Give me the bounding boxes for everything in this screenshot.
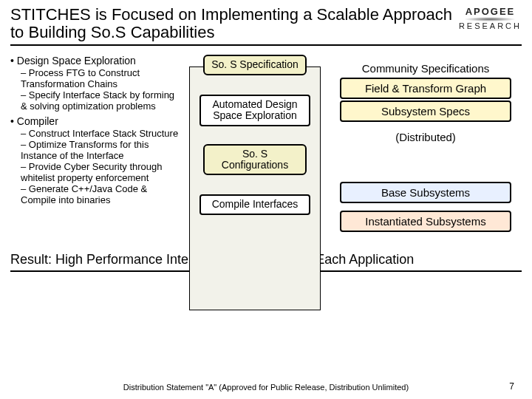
left-column: Design Space Exploration Process FTG to … (10, 52, 180, 244)
box-base-subsystems: Base Subsystems (340, 182, 511, 203)
node-sos-config: So. S Configurations (203, 144, 307, 176)
label-community-specs: Community Specifications (330, 62, 522, 75)
right-column: Community Specifications Field & Transfo… (330, 52, 522, 244)
bullet-compiler: Compiler (10, 115, 180, 127)
logo-swoosh-icon (464, 17, 516, 21)
node-sos-spec: So. S Specification (203, 55, 307, 75)
box-ftg: Field & Transform Graph (340, 78, 511, 99)
logo-bottom: RESEARCH (459, 21, 522, 30)
page-number: 7 (509, 381, 514, 392)
sub-optimize: Optimize Transforms for this Instance of… (21, 140, 180, 162)
center-column: So. S Specification Automated Design Spa… (185, 52, 325, 244)
sub-construct: Construct Interface Stack Structure (21, 129, 180, 140)
logo: APOGEE RESEARCH (459, 6, 522, 30)
sub-ftg: Process FTG to Construct Transformation … (21, 68, 180, 90)
sub-cyber: Provide Cyber Security through whitelist… (21, 162, 180, 184)
label-distributed: (Distributed) (330, 131, 522, 143)
sub-generate: Generate C++/Java Code & Compile into bi… (21, 184, 180, 206)
slide-title: STITCHES is Focused on Implementing a Sc… (10, 6, 453, 41)
node-compile: Compile Interfaces (200, 194, 310, 214)
logo-top: APOGEE (466, 6, 516, 17)
sub-interface-stack: Specify Interface Stack by forming & sol… (21, 90, 180, 112)
box-instantiated-subsystems: Instantiated Subsystems (340, 211, 511, 232)
distribution-statement: Distribution Statement "A" (Approved for… (0, 383, 532, 392)
node-adse: Automated Design Space Exploration (200, 95, 310, 126)
bullet-dse: Design Space Exploration (10, 55, 180, 66)
box-subsystem-specs: Subsystem Specs (340, 100, 511, 122)
